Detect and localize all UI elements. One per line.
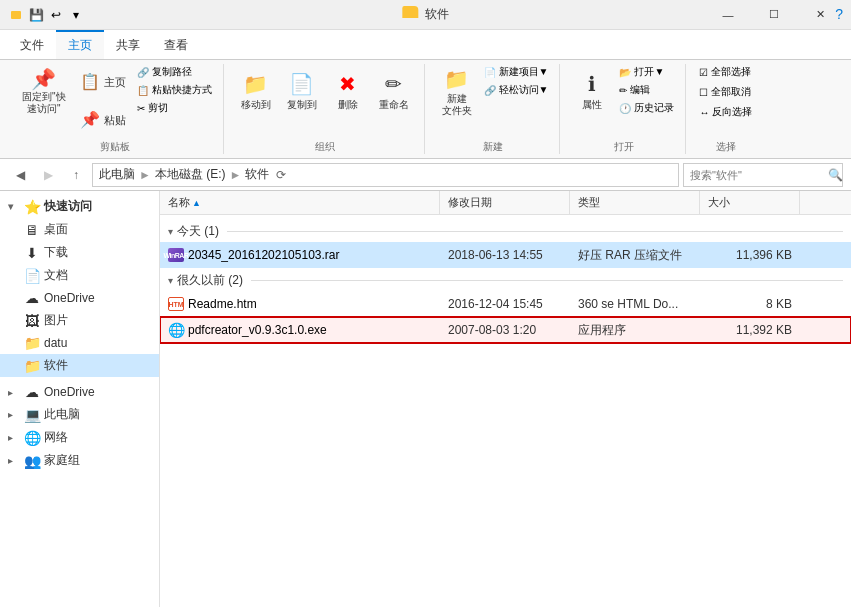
file-size-rar: 11,396 KB [700, 248, 800, 262]
file-date-htm: 2016-12-04 15:45 [440, 297, 570, 311]
address-bar[interactable]: 此电脑 ► 本地磁盘 (E:) ► 软件 ⟳ [92, 163, 679, 187]
expand-icon-network: ▸ [8, 432, 20, 443]
open-label: 打开 [614, 138, 634, 154]
tab-share[interactable]: 共享 [104, 30, 152, 59]
tb-more[interactable]: ▾ [68, 7, 84, 23]
col-size-label: 大小 [708, 195, 730, 210]
file-row-exe[interactable]: 🌐 pdfcreator_v0.9.3c1.0.exe 2007-08-03 1… [160, 317, 851, 343]
sidebar-item-onedrive-quick[interactable]: ☁ OneDrive [0, 287, 159, 309]
sidebar-item-network[interactable]: ▸ 🌐 网络 [0, 426, 159, 449]
sidebar-item-desktop[interactable]: 🖥 桌面 [0, 218, 159, 241]
minimize-button[interactable]: — [705, 0, 751, 30]
group-long-ago: ▾ 很久以前 (2) [160, 268, 851, 291]
search-box[interactable]: 🔍 [683, 163, 843, 187]
file-type-htm: 360 se HTML Do... [570, 297, 700, 311]
col-header-type[interactable]: 类型 [570, 191, 700, 214]
copy-to-icon: 📄 [289, 72, 314, 96]
sidebar-item-pictures[interactable]: 🖼 图片 [0, 309, 159, 332]
copy-path-button[interactable]: 🔗 复制路径 [134, 64, 215, 80]
sidebar-item-this-pc[interactable]: ▸ 💻 此电脑 [0, 403, 159, 426]
sidebar-item-home-group[interactable]: ▸ 👥 家庭组 [0, 449, 159, 472]
tab-view[interactable]: 查看 [152, 30, 200, 59]
group-longago-line [251, 280, 843, 281]
tab-file[interactable]: 文件 [8, 30, 56, 59]
file-row-htm[interactable]: HTM Readme.htm 2016-12-04 15:45 360 se H… [160, 291, 851, 317]
htm-file-icon: HTM [168, 297, 184, 311]
expand-icon-homegroup: ▸ [8, 455, 20, 466]
open-icon: 📂 [619, 67, 631, 78]
refresh-button[interactable]: ⟳ [269, 163, 293, 187]
group-today-arrow: ▾ [168, 226, 173, 237]
quick-access-toolbar-icon[interactable] [8, 7, 24, 23]
ribbon-group-open: ℹ 属性 📂 打开▼ ✏ 编辑 🕐 历史记录 [562, 64, 686, 154]
move-to-button[interactable]: 📁 移动到 [234, 64, 278, 120]
sidebar-item-downloads[interactable]: ⬇ 下载 [0, 241, 159, 264]
col-header-date[interactable]: 修改日期 [440, 191, 570, 214]
pc-icon: 💻 [24, 407, 40, 423]
pin-quick-access-button[interactable]: 📌 固定到"快速访问" [16, 64, 72, 120]
sidebar-item-documents[interactable]: 📄 文档 [0, 264, 159, 287]
paste-button[interactable]: 📌 粘贴 [74, 102, 132, 138]
datu-folder-icon: 📁 [24, 335, 40, 351]
copy-icon: 📋 [80, 74, 100, 90]
open-button[interactable]: 📂 打开▼ [616, 64, 677, 80]
sidebar-item-ruanjian[interactable]: 📁 软件 [0, 354, 159, 377]
properties-label: 属性 [582, 98, 602, 112]
search-input[interactable] [690, 169, 828, 181]
rar-filename: 20345_20161202105103.rar [188, 248, 339, 262]
col-header-size[interactable]: 大小 [700, 191, 800, 214]
rename-button[interactable]: ✏ 重命名 [372, 64, 416, 120]
expand-icon-onedrive: ▸ [8, 387, 20, 398]
main-area: ▾ ⭐ 快速访问 🖥 桌面 ⬇ 下载 📄 文档 ☁ OneDrive 🖼 图片 … [0, 191, 851, 607]
sidebar-item-quick-access[interactable]: ▾ ⭐ 快速访问 [0, 195, 159, 218]
new-folder-button[interactable]: 📁 新建文件夹 [435, 64, 479, 120]
tb-save[interactable]: 💾 [28, 7, 44, 23]
select-none-button[interactable]: ☐ 全部取消 [696, 84, 755, 100]
clipboard-items: 📌 固定到"快速访问" 📋 主页 📌 粘贴 🔗 [16, 64, 215, 138]
file-size-htm: 8 KB [700, 297, 800, 311]
tab-home[interactable]: 主页 [56, 30, 104, 59]
organize-label: 组织 [315, 138, 335, 154]
sidebar-item-onedrive[interactable]: ▸ ☁ OneDrive [0, 381, 159, 403]
forward-button[interactable]: ▶ [36, 163, 60, 187]
copy-to-label: 复制到 [287, 98, 317, 112]
invert-select-button[interactable]: ↔ 反向选择 [696, 104, 755, 120]
easy-access-button[interactable]: 🔗 轻松访问▼ [481, 82, 552, 98]
copy-button[interactable]: 📋 主页 [74, 64, 132, 100]
maximize-button[interactable]: ☐ [751, 0, 797, 30]
delete-button[interactable]: ✖ 删除 [326, 64, 370, 120]
file-area: 名称 ▲ 修改日期 类型 大小 ▾ 今天 (1) WinRAR [160, 191, 851, 607]
copy-to-button[interactable]: 📄 复制到 [280, 64, 324, 120]
rename-label: 重命名 [379, 98, 409, 112]
bc-folder: 软件 [245, 166, 269, 183]
properties-button[interactable]: ℹ 属性 [570, 64, 614, 120]
svg-rect-0 [11, 11, 21, 19]
exe-filename: pdfcreator_v0.9.3c1.0.exe [188, 323, 327, 337]
new-items: 📁 新建文件夹 📄 新建项目▼ 🔗 轻松访问▼ [435, 64, 552, 138]
new-folder-label: 新建文件夹 [442, 93, 472, 117]
select-all-button[interactable]: ☑ 全部选择 [696, 64, 755, 80]
paste-shortcut-button[interactable]: 📋 粘贴快捷方式 [134, 82, 215, 98]
history-button[interactable]: 🕐 历史记录 [616, 100, 677, 116]
edit-button[interactable]: ✏ 编辑 [616, 82, 677, 98]
file-name-exe: 🌐 pdfcreator_v0.9.3c1.0.exe [160, 322, 440, 338]
col-header-name[interactable]: 名称 ▲ [160, 191, 440, 214]
sidebar-item-datu[interactable]: 📁 datu [0, 332, 159, 354]
edit-icon: ✏ [619, 85, 627, 96]
star-icon: ⭐ [24, 199, 40, 215]
col-date-label: 修改日期 [448, 195, 492, 210]
tb-undo[interactable]: ↩ [48, 7, 64, 23]
move-to-icon: 📁 [243, 72, 268, 96]
help-button[interactable]: ? [835, 6, 843, 22]
window-title: 软件 [402, 6, 449, 23]
sidebar-label-onedrive-quick: OneDrive [44, 291, 95, 305]
up-button[interactable]: ↑ [64, 163, 88, 187]
new-label: 新建 [483, 138, 503, 154]
cut-button[interactable]: ✂ 剪切 [134, 100, 215, 116]
sidebar-label-desktop: 桌面 [44, 221, 68, 238]
file-row-rar[interactable]: WinRAR 20345_20161202105103.rar 2018-06-… [160, 242, 851, 268]
back-button[interactable]: ◀ [8, 163, 32, 187]
rename-icon: ✏ [385, 72, 402, 96]
new-item-button[interactable]: 📄 新建项目▼ [481, 64, 552, 80]
open-label: 打开▼ [634, 65, 664, 79]
